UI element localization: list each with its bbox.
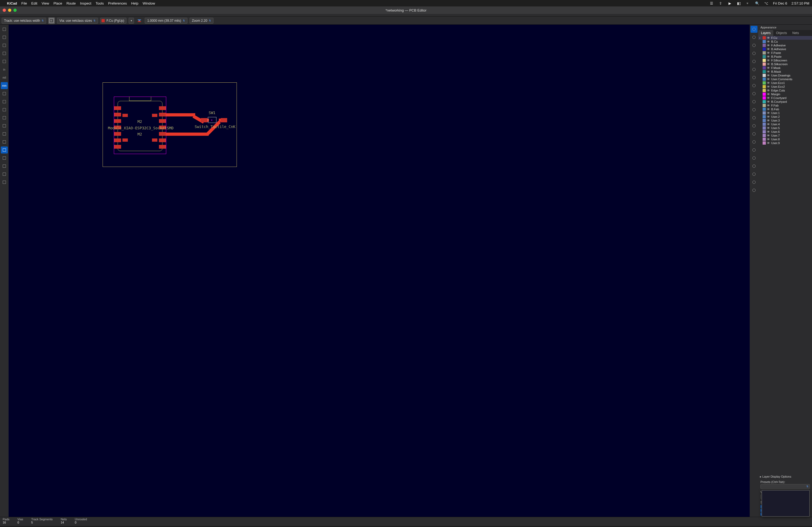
- layer-visibility-icon[interactable]: 👁: [767, 108, 770, 111]
- tab-layers[interactable]: Layers: [758, 30, 773, 36]
- pad[interactable]: [122, 114, 128, 117]
- layer-row[interactable]: 👁 B.Mask: [758, 70, 812, 74]
- layer-color-swatch[interactable]: [763, 115, 766, 118]
- zoom-combo[interactable]: Zoom 2.20 ⇅: [190, 18, 214, 24]
- keepout-tool-icon[interactable]: [751, 90, 757, 97]
- menu-inspect[interactable]: Inspect: [80, 1, 91, 5]
- zone-fill-display-icon[interactable]: [1, 114, 8, 121]
- layer-row[interactable]: 👁 B.Cu: [758, 40, 812, 44]
- route-track-tool-icon[interactable]: [751, 50, 757, 57]
- layer-visibility-icon[interactable]: 👁: [767, 51, 770, 55]
- menu-view[interactable]: View: [42, 1, 49, 5]
- layer-visibility-icon[interactable]: 👁: [767, 89, 770, 92]
- layer-manager-icon[interactable]: [1, 171, 8, 178]
- menu-edit[interactable]: Edit: [31, 1, 37, 5]
- pad[interactable]: [114, 145, 121, 149]
- grid-origin-tool-icon[interactable]: [751, 179, 757, 186]
- layer-visibility-icon[interactable]: 👁: [767, 70, 770, 73]
- pip-preview-window[interactable]: [762, 490, 810, 517]
- menu-help[interactable]: Help: [131, 1, 138, 5]
- rect-tool-icon[interactable]: [751, 114, 757, 121]
- layer-row[interactable]: 👁 User.3: [758, 119, 812, 122]
- polar-coord-icon[interactable]: [1, 90, 8, 97]
- zoom-window-button[interactable]: [13, 9, 17, 12]
- search-icon[interactable]: 🔍: [755, 1, 760, 5]
- line-tool-icon[interactable]: [751, 98, 757, 105]
- layer-color-swatch[interactable]: [763, 111, 766, 115]
- layer-visibility-icon[interactable]: 👁: [767, 123, 770, 126]
- inches-unit-icon[interactable]: in: [1, 66, 8, 73]
- layer-visibility-icon[interactable]: 👁: [767, 119, 770, 122]
- layer-color-swatch[interactable]: [763, 40, 766, 43]
- grid-size-combo[interactable]: 1.0000 mm (39.37 mils) ⇅: [145, 18, 187, 24]
- pad[interactable]: [122, 138, 128, 142]
- track-width-combo[interactable]: Track: use netclass width ⇅: [2, 18, 46, 24]
- layer-color-swatch[interactable]: [763, 104, 766, 107]
- layer-visibility-icon[interactable]: 👁: [767, 104, 770, 107]
- layer-color-swatch[interactable]: [763, 141, 766, 145]
- layer-color-swatch[interactable]: [763, 81, 766, 85]
- select-tool-icon[interactable]: [751, 26, 757, 33]
- layer-color-swatch[interactable]: [763, 66, 766, 70]
- menu-file[interactable]: File: [21, 1, 27, 5]
- tab-nets[interactable]: Nets: [790, 30, 802, 36]
- pad[interactable]: [201, 118, 207, 122]
- layer-row[interactable]: 👁 User.7: [758, 134, 812, 137]
- pad[interactable]: [159, 132, 166, 136]
- layer-row[interactable]: 👁 User.1: [758, 111, 812, 115]
- layer-row[interactable]: 👁 F.Mask: [758, 66, 812, 70]
- layer-row[interactable]: 👁 User.Comments: [758, 77, 812, 81]
- ref-sw1[interactable]: SW1: [209, 110, 215, 115]
- menu-route[interactable]: Route: [66, 1, 76, 5]
- layer-color-swatch[interactable]: [763, 85, 766, 88]
- image-tool-icon[interactable]: [751, 138, 757, 146]
- menubar-date[interactable]: Fri Dec 6: [773, 1, 787, 5]
- layer-color-swatch[interactable]: [763, 77, 766, 81]
- layer-color-swatch[interactable]: [763, 96, 766, 100]
- ratsnest-display-icon[interactable]: [1, 106, 8, 113]
- layer-row[interactable]: 👁 F.Silkscreen: [758, 59, 812, 62]
- layer-row[interactable]: 👁 B.Paste: [758, 55, 812, 59]
- close-window-button[interactable]: [3, 9, 6, 12]
- arc-tool-icon[interactable]: [751, 106, 757, 113]
- minimize-window-button[interactable]: [8, 9, 11, 12]
- layer-visibility-icon[interactable]: 👁: [767, 74, 770, 77]
- layer-row[interactable]: 👁 F.Fab: [758, 104, 812, 107]
- layer-visibility-icon[interactable]: 👁: [767, 96, 770, 100]
- layer-color-swatch[interactable]: [763, 123, 766, 126]
- pad[interactable]: [114, 119, 121, 123]
- layer-color-swatch[interactable]: [763, 51, 766, 55]
- layer-color-swatch[interactable]: [763, 108, 766, 111]
- ref-m2-a[interactable]: M2: [137, 119, 142, 124]
- layer-row[interactable]: 👁 User.5: [758, 126, 812, 130]
- tune-length-tool-icon[interactable]: [751, 66, 757, 73]
- layer-visibility-icon[interactable]: 👁: [767, 47, 770, 51]
- layer-row[interactable]: 👁 F.Paste: [758, 51, 812, 55]
- menu-preferences[interactable]: Preferences: [108, 1, 127, 5]
- polygon-tool-icon[interactable]: [751, 131, 757, 137]
- ref-m2-b[interactable]: M2: [137, 132, 142, 136]
- menu-tools[interactable]: Tools: [96, 1, 104, 5]
- layer-color-swatch[interactable]: [763, 100, 766, 103]
- layer-row[interactable]: 👁 User.6: [758, 130, 812, 134]
- layer-visibility-icon[interactable]: 👁: [767, 62, 770, 66]
- measure-tool-icon[interactable]: [751, 187, 757, 194]
- layer-row[interactable]: 👁 Edge.Cuts: [758, 89, 812, 92]
- layer-visibility-icon[interactable]: 👁: [767, 126, 770, 130]
- layer-visibility-icon[interactable]: 👁: [767, 36, 770, 40]
- layer-row[interactable]: 👁 B.Courtyard: [758, 100, 812, 104]
- layer-row[interactable]: 👁 User.Drawings: [758, 74, 812, 77]
- full-crosshair-icon[interactable]: [1, 98, 8, 105]
- layer-visibility-icon[interactable]: 👁: [767, 111, 770, 115]
- layer-color-swatch[interactable]: [763, 134, 766, 137]
- pad[interactable]: [114, 138, 121, 142]
- app-name[interactable]: KiCad: [7, 1, 17, 5]
- textbox-tool-icon[interactable]: [751, 154, 757, 162]
- wifi-icon[interactable]: ᯤ: [746, 1, 751, 5]
- layer-row[interactable]: 👁 User.2: [758, 115, 812, 119]
- layer-pair-icon[interactable]: [136, 17, 143, 24]
- layer-row[interactable]: 👁 B.Adhesive: [758, 47, 812, 51]
- layer-row[interactable]: 👁 User.9: [758, 141, 812, 145]
- layer-visibility-icon[interactable]: 👁: [767, 40, 770, 43]
- footprint-tool-icon[interactable]: [751, 42, 757, 49]
